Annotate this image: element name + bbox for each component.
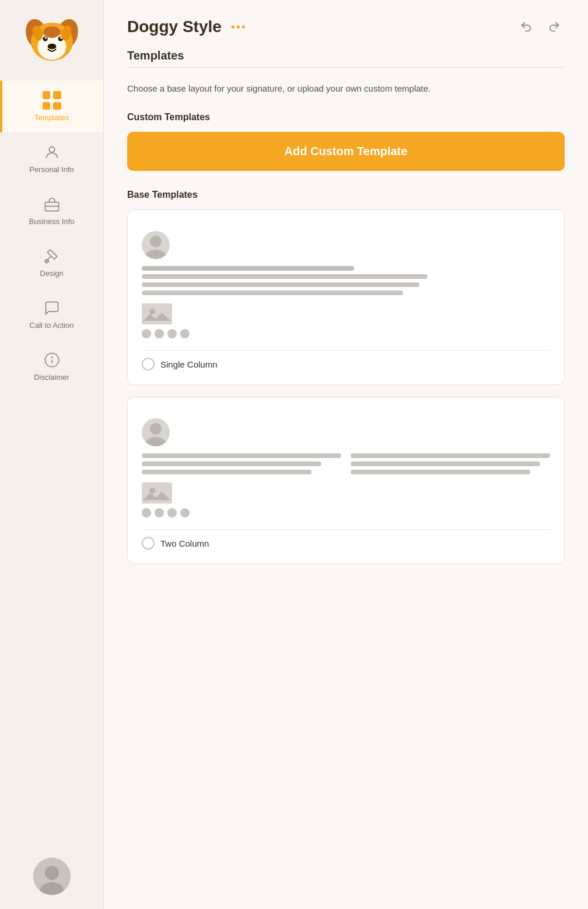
- preview-image-placeholder: [142, 303, 172, 324]
- single-column-radio[interactable]: [142, 358, 155, 370]
- social-dot: [142, 329, 151, 338]
- social-dot: [167, 329, 177, 338]
- preview-lines: [142, 266, 550, 295]
- undo-icon: [520, 20, 533, 33]
- preview-line: [142, 274, 428, 279]
- two-column-radio[interactable]: [142, 537, 155, 550]
- preview-social-dots: [142, 508, 550, 518]
- app-logo: [23, 14, 81, 67]
- svg-point-14: [49, 147, 54, 152]
- svg-point-10: [47, 44, 56, 50]
- single-column-label: Single Column: [160, 359, 218, 369]
- preview-two-column-lines: [142, 453, 550, 474]
- preview-avatar: [142, 231, 170, 259]
- two-column-label: Two Column: [160, 539, 209, 548]
- sidebar-item-personal-info[interactable]: Personal Info: [0, 132, 103, 184]
- svg-point-8: [44, 37, 46, 39]
- paintbrush-icon: [43, 247, 61, 265]
- user-avatar[interactable]: [33, 858, 71, 895]
- section-description: Choose a base layout for your signature,…: [127, 82, 565, 96]
- sidebar-item-label: Design: [40, 269, 63, 278]
- undo-button[interactable]: [516, 16, 537, 37]
- social-dot: [155, 508, 164, 518]
- preview-line: [351, 453, 550, 458]
- template-card-two-column: Two Column: [127, 397, 565, 564]
- svg-point-28: [149, 309, 155, 314]
- preview-col-right: [351, 453, 550, 474]
- image-placeholder-icon: [142, 483, 172, 504]
- app-title: Doggy Style: [127, 18, 222, 36]
- sidebar-item-label: Templates: [34, 113, 69, 122]
- svg-point-26: [145, 250, 166, 259]
- header-actions: [516, 16, 565, 37]
- svg-rect-27: [142, 303, 172, 324]
- section-divider: [127, 67, 565, 68]
- avatar-image: [33, 858, 71, 895]
- preview-line: [142, 453, 341, 458]
- briefcase-icon: [43, 195, 61, 214]
- template-preview-single-column: [142, 224, 550, 348]
- svg-point-11: [43, 26, 60, 38]
- image-placeholder-icon: [142, 303, 172, 324]
- more-options-dots[interactable]: •••: [231, 20, 247, 34]
- preview-line: [142, 470, 312, 474]
- content-area: Templates Choose a base layout for your …: [104, 49, 588, 909]
- preview-line: [142, 462, 321, 466]
- sidebar-item-label: Personal Info: [29, 165, 74, 174]
- sidebar-item-business-info[interactable]: Business Info: [0, 184, 103, 236]
- preview-line: [142, 291, 403, 295]
- header: Doggy Style •••: [104, 0, 588, 49]
- svg-point-25: [150, 236, 162, 247]
- social-dot: [155, 329, 164, 338]
- base-templates-heading: Base Templates: [127, 190, 565, 200]
- preview-avatar-image: [142, 418, 170, 446]
- redo-button[interactable]: [544, 16, 565, 37]
- logo-area: [0, 0, 103, 81]
- social-dot: [180, 508, 190, 518]
- social-dot: [167, 508, 177, 518]
- add-custom-template-button[interactable]: Add Custom Template: [127, 132, 565, 171]
- preview-image-placeholder: [142, 483, 172, 504]
- chat-icon: [43, 299, 61, 317]
- sidebar-item-label: Business Info: [29, 217, 74, 226]
- social-dot: [142, 508, 151, 518]
- sidebar-item-label: Disclaimer: [34, 373, 69, 382]
- sidebar: Templates Personal Info Business Info: [0, 0, 104, 909]
- preview-avatar: [142, 418, 170, 446]
- section-title: Templates: [127, 49, 565, 62]
- nav-menu: Templates Personal Info Business Info: [0, 81, 103, 392]
- template-radio-row[interactable]: Single Column: [142, 350, 550, 370]
- preview-col-left: [142, 453, 341, 474]
- svg-point-32: [149, 488, 155, 494]
- svg-point-30: [145, 437, 166, 446]
- person-icon: [43, 143, 61, 162]
- preview-line: [351, 470, 530, 474]
- info-circle-icon: [43, 351, 61, 369]
- grid-icon: [43, 91, 61, 110]
- template-radio-row[interactable]: Two Column: [142, 529, 550, 550]
- social-dot: [180, 329, 190, 338]
- sidebar-item-templates[interactable]: Templates: [0, 81, 103, 132]
- main-content: Doggy Style ••• Templates Choose a base …: [104, 0, 588, 909]
- preview-social-dots: [142, 329, 550, 338]
- template-card-single-column: Single Column: [127, 209, 565, 385]
- custom-templates-heading: Custom Templates: [127, 112, 565, 123]
- preview-line: [142, 266, 354, 271]
- svg-rect-31: [142, 483, 172, 504]
- sidebar-item-call-to-action[interactable]: Call to Action: [0, 288, 103, 340]
- sidebar-item-disclaimer[interactable]: Disclaimer: [0, 340, 103, 392]
- svg-point-23: [45, 866, 59, 880]
- preview-avatar-image: [142, 231, 170, 259]
- svg-point-29: [150, 423, 162, 435]
- sidebar-item-design[interactable]: Design: [0, 236, 103, 288]
- redo-icon: [548, 20, 561, 33]
- svg-point-21: [51, 357, 52, 358]
- template-preview-two-column: [142, 411, 550, 527]
- preview-line: [351, 462, 540, 466]
- sidebar-item-label: Call to Action: [30, 321, 74, 330]
- preview-line: [142, 282, 419, 287]
